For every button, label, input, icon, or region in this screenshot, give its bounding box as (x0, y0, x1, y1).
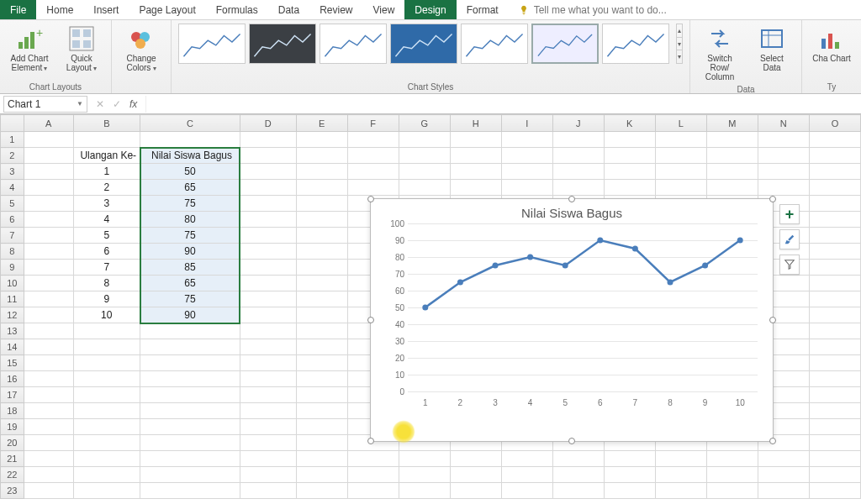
cell[interactable] (501, 164, 552, 180)
tab-data[interactable]: Data (268, 0, 309, 19)
chart-style-thumb[interactable] (531, 24, 599, 64)
resize-handle[interactable] (769, 196, 776, 202)
cell[interactable] (296, 467, 347, 483)
cell[interactable] (240, 435, 296, 451)
tab-formulas[interactable]: Formulas (206, 0, 268, 19)
cell[interactable] (809, 323, 860, 339)
tab-home[interactable]: Home (36, 0, 83, 19)
cell[interactable]: 75 (140, 228, 240, 244)
cell[interactable] (240, 483, 296, 499)
cell[interactable] (399, 180, 450, 196)
cell[interactable] (809, 403, 860, 419)
resize-handle[interactable] (568, 438, 575, 444)
cell[interactable] (24, 419, 73, 435)
cell[interactable] (706, 148, 758, 164)
tab-file[interactable]: File (0, 0, 36, 19)
cell[interactable] (552, 164, 604, 180)
change-colors-button[interactable]: Change Colors (119, 24, 164, 74)
cell[interactable]: 1 (73, 164, 140, 180)
cell[interactable] (758, 483, 809, 499)
cell[interactable] (24, 148, 73, 164)
cell[interactable] (24, 467, 73, 483)
cell[interactable]: Ulangan Ke- (73, 148, 140, 164)
tab-insert[interactable]: Insert (83, 0, 129, 19)
cell[interactable] (809, 212, 860, 228)
cell[interactable] (140, 355, 240, 371)
chart-style-thumb[interactable] (249, 24, 316, 64)
cell[interactable] (501, 451, 552, 467)
cell[interactable]: 90 (140, 307, 240, 323)
cell[interactable] (604, 164, 655, 180)
chart-filters-button[interactable] (779, 255, 800, 275)
change-chart-type-button[interactable]: Cha Chart (809, 24, 854, 65)
cell[interactable]: 65 (140, 276, 240, 291)
cell[interactable] (296, 132, 347, 148)
cell[interactable] (140, 451, 240, 467)
cell[interactable]: 2 (73, 180, 140, 196)
cell[interactable] (24, 323, 73, 339)
cell[interactable] (240, 212, 296, 228)
cell[interactable] (347, 180, 399, 196)
cell[interactable] (399, 483, 450, 499)
cell[interactable] (450, 467, 501, 483)
cell[interactable] (140, 467, 240, 483)
cell[interactable] (296, 419, 347, 435)
cell[interactable] (240, 339, 296, 355)
cell[interactable] (450, 148, 501, 164)
cell[interactable] (24, 291, 73, 307)
cell[interactable] (296, 276, 347, 291)
cell[interactable] (809, 419, 860, 435)
cell[interactable] (501, 132, 552, 148)
cell[interactable] (240, 196, 296, 212)
cell[interactable] (296, 212, 347, 228)
cell[interactable] (24, 196, 73, 212)
cell[interactable] (604, 180, 655, 196)
cell[interactable] (655, 132, 706, 148)
cell[interactable] (24, 403, 73, 419)
cell[interactable] (140, 387, 240, 403)
cell[interactable] (809, 467, 860, 483)
cell[interactable] (240, 291, 296, 307)
cell[interactable] (809, 355, 860, 371)
cell[interactable] (552, 180, 604, 196)
name-box[interactable]: Chart 1 ▼ (3, 96, 87, 113)
chart-style-thumb[interactable] (178, 24, 246, 64)
gallery-scroll-down[interactable]: ▾ (677, 38, 682, 51)
gallery-more[interactable]: ▾ (677, 50, 682, 63)
cell[interactable] (296, 244, 347, 260)
cell[interactable] (296, 339, 347, 355)
cell[interactable] (73, 467, 140, 483)
cell[interactable] (24, 244, 73, 260)
cell[interactable] (296, 196, 347, 212)
cell[interactable]: 75 (140, 196, 240, 212)
tab-format[interactable]: Format (457, 0, 509, 19)
cell[interactable] (604, 483, 655, 499)
cell[interactable] (706, 164, 758, 180)
cell[interactable] (706, 451, 758, 467)
cell[interactable] (809, 196, 860, 212)
cell[interactable] (809, 307, 860, 323)
worksheet[interactable]: ABCDEFGHIJKLMNO12Ulangan Ke-Nilai Siswa … (0, 114, 861, 504)
cell[interactable] (24, 339, 73, 355)
cell[interactable] (24, 164, 73, 180)
resize-handle[interactable] (367, 438, 374, 444)
cell[interactable] (552, 451, 604, 467)
cell[interactable] (240, 228, 296, 244)
cell[interactable] (73, 323, 140, 339)
cell[interactable] (296, 291, 347, 307)
cell[interactable] (24, 132, 73, 148)
resize-handle[interactable] (367, 317, 374, 323)
resize-handle[interactable] (367, 196, 374, 202)
cell[interactable]: 8 (73, 276, 140, 291)
cell[interactable] (655, 164, 706, 180)
cell[interactable] (655, 483, 706, 499)
resize-handle[interactable] (769, 317, 776, 323)
cell[interactable] (240, 164, 296, 180)
select-data-button[interactable]: Select Data (749, 24, 795, 74)
cell[interactable] (240, 355, 296, 371)
cell[interactable] (296, 355, 347, 371)
cell[interactable] (809, 180, 860, 196)
cell[interactable] (604, 451, 655, 467)
cell[interactable] (24, 180, 73, 196)
cell[interactable]: 80 (140, 212, 240, 228)
